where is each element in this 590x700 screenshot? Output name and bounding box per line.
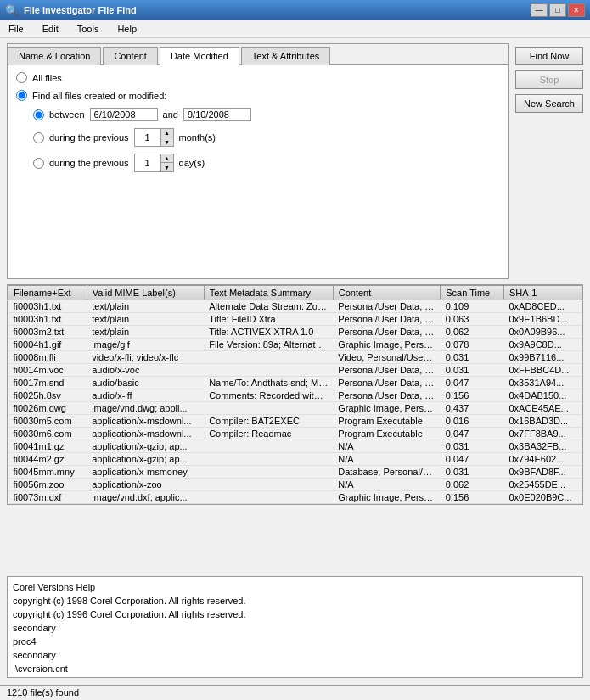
- table-header: Filename+Ext Valid MIME Label(s) Text Me…: [8, 286, 582, 300]
- cell-4: 0.031: [441, 440, 504, 453]
- cell-3: Personal/User Data, Soun...: [333, 389, 441, 402]
- window-controls[interactable]: — □ ✕: [531, 3, 585, 17]
- cell-2: [204, 479, 333, 491]
- cell-3: Personal/User Data, Macr...: [333, 313, 441, 326]
- tab-name-location[interactable]: Name & Location: [8, 47, 101, 65]
- cell-3: Program Executable: [333, 415, 441, 428]
- cell-0: fi0030m5.com: [8, 415, 87, 428]
- day-radio[interactable]: [33, 158, 44, 169]
- all-files-label: All files: [32, 73, 62, 83]
- cell-4: 0.047: [441, 428, 504, 440]
- cell-5: 0x16BAD3D...: [503, 415, 582, 428]
- menu-file[interactable]: File: [3, 22, 29, 36]
- cell-1: image/vnd.dwg; appli...: [87, 402, 204, 415]
- between-radio[interactable]: [33, 109, 44, 120]
- tab-date-modified[interactable]: Date Modified: [160, 47, 239, 65]
- log-line: copyright (c) 1996 Corel Corporation. Al…: [13, 608, 577, 621]
- month-up-arrow[interactable]: ▲: [161, 129, 173, 137]
- col-filename[interactable]: Filename+Ext: [8, 286, 87, 300]
- cell-0: fi0003h1.txt: [8, 313, 87, 326]
- day-row: during the previous ▲ ▼ day(s): [33, 154, 499, 172]
- stop-button[interactable]: Stop: [515, 70, 583, 89]
- col-mime[interactable]: Valid MIME Label(s): [87, 286, 204, 300]
- menu-help[interactable]: Help: [112, 22, 142, 36]
- table-row[interactable]: fi0073m.dxfimage/vnd.dxf; applic...Graph…: [8, 491, 582, 504]
- form-area: All files Find all files created or modi…: [8, 65, 508, 278]
- tab-content[interactable]: Content: [103, 47, 158, 65]
- month-radio[interactable]: [33, 132, 44, 143]
- table-row[interactable]: fi0075mm.dxbimage/x-dxb; applicati...Gra…: [8, 504, 582, 506]
- cell-5: 0x3BA32FB...: [503, 440, 582, 453]
- menu-bar: File Edit Tools Help: [0, 20, 590, 38]
- table-row[interactable]: fi0025h.8svaudio/x-iffComments: Recorded…: [8, 389, 582, 402]
- table-row[interactable]: fi0045mm.mnyapplication/x-msmoneyDatabas…: [8, 466, 582, 479]
- end-date-input[interactable]: [183, 108, 251, 121]
- month-value-input[interactable]: [135, 132, 160, 143]
- col-sha1[interactable]: SHA-1: [503, 286, 582, 300]
- col-scan-time[interactable]: Scan Time: [441, 286, 504, 300]
- table-row[interactable]: fi0044m2.gzapplication/x-gzip; ap...N/A0…: [8, 453, 582, 466]
- cell-5: 0x4DAB150...: [503, 389, 582, 402]
- top-section: Name & Location Content Date Modified Te…: [0, 38, 590, 284]
- cell-2: File Version: 89a; Alternate D...: [204, 339, 333, 351]
- cell-5: 0x794E602...: [503, 453, 582, 466]
- cell-4: 0.156: [441, 389, 504, 402]
- month-arrows: ▲ ▼: [160, 129, 173, 146]
- cell-1: audio/x-voc: [87, 364, 204, 377]
- find-now-button[interactable]: Find Now: [515, 47, 583, 65]
- cell-4: 0.437: [441, 402, 504, 415]
- cell-4: 0.063: [441, 313, 504, 326]
- table-row[interactable]: fi0030m5.comapplication/x-msdownl...Comp…: [8, 415, 582, 428]
- minimize-button[interactable]: —: [531, 3, 548, 17]
- cell-2: [204, 453, 333, 466]
- maximize-button[interactable]: □: [549, 3, 566, 17]
- months-label: month(s): [179, 132, 216, 143]
- log-section: Corel Versions Helpcopyright (c) 1998 Co…: [7, 576, 583, 678]
- cell-5: 0x0E020B9C...: [503, 491, 582, 504]
- day-down-arrow[interactable]: ▼: [161, 163, 173, 171]
- table-row[interactable]: fi0008m.flivideo/x-fli; video/x-flcVideo…: [8, 351, 582, 364]
- month-down-arrow[interactable]: ▼: [161, 137, 173, 146]
- menu-tools[interactable]: Tools: [72, 22, 104, 36]
- find-modified-radio[interactable]: [16, 90, 27, 101]
- cell-3: Database, Personal/User ...: [333, 466, 441, 479]
- all-files-radio[interactable]: [16, 72, 27, 83]
- table-row[interactable]: fi0003h1.txttext/plainAlternate Data Str…: [8, 300, 582, 313]
- table-row[interactable]: fi0056m.zooapplication/x-zooN/A0.0620x25…: [8, 479, 582, 491]
- results-table-container[interactable]: Filename+Ext Valid MIME Label(s) Text Me…: [7, 284, 583, 505]
- cell-3: Graphic Image, Personal/...: [333, 504, 441, 506]
- table-row[interactable]: fi0004h1.gifimage/gifFile Version: 89a; …: [8, 339, 582, 351]
- col-content[interactable]: Content: [333, 286, 441, 300]
- cell-4: 0.031: [441, 364, 504, 377]
- new-search-button[interactable]: New Search: [515, 94, 583, 113]
- cell-5: 0x9A9C8D...: [503, 339, 582, 351]
- start-date-input[interactable]: [90, 108, 158, 121]
- table-row[interactable]: fi0017m.sndaudio/basicName/To: Andthats.…: [8, 377, 582, 389]
- menu-edit[interactable]: Edit: [37, 22, 64, 36]
- table-row[interactable]: fi0003m2.txttext/plainTitle: ACTIVEX XTR…: [8, 326, 582, 339]
- table-row[interactable]: fi0041m1.gzapplication/x-gzip; ap...N/A0…: [8, 440, 582, 453]
- cell-1: audio/basic: [87, 377, 204, 389]
- col-text-meta[interactable]: Text Metadata Summary: [204, 286, 333, 300]
- cell-4: 0.031: [441, 351, 504, 364]
- between-row: between and: [33, 108, 499, 121]
- tabs-row: Name & Location Content Date Modified Te…: [8, 44, 508, 65]
- close-button[interactable]: ✕: [568, 3, 585, 17]
- table-row[interactable]: fi0030m6.comapplication/x-msdownl...Comp…: [8, 428, 582, 440]
- table-row[interactable]: fi0026m.dwgimage/vnd.dwg; appli...Graphi…: [8, 402, 582, 415]
- results-table: Filename+Ext Valid MIME Label(s) Text Me…: [8, 285, 582, 505]
- cell-5: 0xFFBBC4D...: [503, 364, 582, 377]
- table-row[interactable]: fi0003h1.txttext/plainTitle: FileID Xtra…: [8, 313, 582, 326]
- table-row[interactable]: fi0014m.vocaudio/x-vocPersonal/User Data…: [8, 364, 582, 377]
- cell-5: 0x99B7116...: [503, 351, 582, 364]
- tab-text-attributes[interactable]: Text & Attributes: [241, 47, 330, 65]
- cell-5: 0x9BFAD8F...: [503, 466, 582, 479]
- cell-2: Comments: Recorded with PE...: [204, 389, 333, 402]
- day-value-input[interactable]: [135, 158, 160, 168]
- results-section: Filename+Ext Valid MIME Label(s) Text Me…: [0, 284, 590, 573]
- days-label: day(s): [179, 158, 205, 168]
- cell-4: 0.062: [441, 326, 504, 339]
- day-up-arrow[interactable]: ▲: [161, 154, 173, 163]
- cell-3: Graphic Image, Personal/...: [333, 402, 441, 415]
- cell-1: image/vnd.dxf; applic...: [87, 491, 204, 504]
